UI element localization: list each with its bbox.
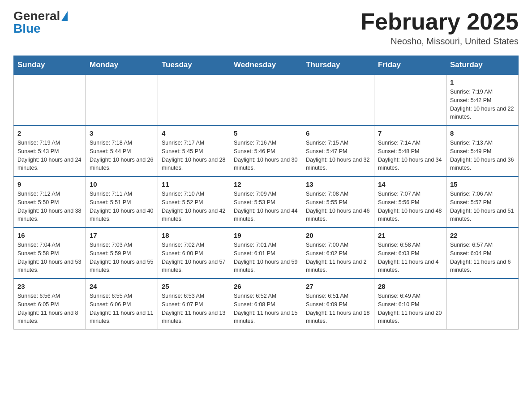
calendar-cell: 8Sunrise: 7:13 AMSunset: 5:49 PMDaylight… — [446, 125, 519, 176]
day-info: Sunrise: 7:13 AMSunset: 5:49 PMDaylight:… — [450, 139, 515, 172]
calendar-cell: 10Sunrise: 7:11 AMSunset: 5:51 PMDayligh… — [86, 176, 158, 227]
day-number: 3 — [90, 129, 154, 137]
calendar-cell: 4Sunrise: 7:17 AMSunset: 5:45 PMDaylight… — [158, 125, 230, 176]
calendar-cell: 22Sunrise: 6:57 AMSunset: 6:04 PMDayligh… — [446, 227, 519, 278]
day-number: 24 — [90, 283, 154, 290]
calendar-cell: 5Sunrise: 7:16 AMSunset: 5:46 PMDaylight… — [230, 125, 302, 176]
calendar-cell — [446, 278, 519, 330]
day-info: Sunrise: 7:07 AMSunset: 5:56 PMDaylight:… — [378, 190, 442, 223]
day-info: Sunrise: 7:18 AMSunset: 5:44 PMDaylight:… — [90, 139, 154, 172]
calendar-cell — [374, 74, 446, 125]
day-info: Sunrise: 7:19 AMSunset: 5:42 PMDaylight:… — [450, 88, 515, 121]
day-number: 4 — [162, 129, 226, 137]
title-section: February 2025 Neosho, Missouri, United S… — [360, 9, 519, 47]
calendar-cell: 24Sunrise: 6:55 AMSunset: 6:06 PMDayligh… — [86, 278, 158, 330]
calendar-cell: 19Sunrise: 7:01 AMSunset: 6:01 PMDayligh… — [230, 227, 302, 278]
day-info: Sunrise: 6:52 AMSunset: 6:08 PMDaylight:… — [234, 292, 298, 325]
calendar-cell: 16Sunrise: 7:04 AMSunset: 5:58 PMDayligh… — [14, 227, 86, 278]
calendar-cell — [158, 74, 230, 125]
day-info: Sunrise: 7:00 AMSunset: 6:02 PMDaylight:… — [306, 241, 370, 274]
day-number: 25 — [162, 283, 226, 290]
calendar-cell: 15Sunrise: 7:06 AMSunset: 5:57 PMDayligh… — [446, 176, 519, 227]
day-info: Sunrise: 7:06 AMSunset: 5:57 PMDaylight:… — [450, 190, 515, 223]
column-header-sunday: Sunday — [14, 56, 86, 75]
calendar-header-row: SundayMondayTuesdayWednesdayThursdayFrid… — [14, 56, 519, 75]
column-header-wednesday: Wednesday — [230, 56, 302, 75]
calendar-week-5: 23Sunrise: 6:56 AMSunset: 6:05 PMDayligh… — [14, 278, 519, 330]
day-number: 12 — [234, 180, 298, 188]
day-number: 10 — [90, 180, 154, 188]
calendar-cell: 26Sunrise: 6:52 AMSunset: 6:08 PMDayligh… — [230, 278, 302, 330]
day-info: Sunrise: 6:53 AMSunset: 6:07 PMDaylight:… — [162, 292, 226, 325]
column-header-saturday: Saturday — [446, 56, 519, 75]
day-info: Sunrise: 7:16 AMSunset: 5:46 PMDaylight:… — [234, 139, 298, 172]
day-info: Sunrise: 7:02 AMSunset: 6:00 PMDaylight:… — [162, 241, 226, 274]
column-header-monday: Monday — [86, 56, 158, 75]
day-number: 9 — [17, 180, 82, 188]
day-number: 5 — [234, 129, 298, 137]
day-number: 14 — [378, 180, 442, 188]
day-info: Sunrise: 7:19 AMSunset: 5:43 PMDaylight:… — [17, 139, 82, 172]
calendar-table: SundayMondayTuesdayWednesdayThursdayFrid… — [13, 56, 519, 330]
logo-triangle-icon — [61, 11, 68, 21]
day-info: Sunrise: 7:15 AMSunset: 5:47 PMDaylight:… — [306, 139, 370, 172]
calendar-cell: 27Sunrise: 6:51 AMSunset: 6:09 PMDayligh… — [302, 278, 374, 330]
calendar-cell: 12Sunrise: 7:09 AMSunset: 5:53 PMDayligh… — [230, 176, 302, 227]
logo: General Blue — [13, 9, 68, 36]
day-number: 16 — [17, 231, 82, 239]
day-info: Sunrise: 7:11 AMSunset: 5:51 PMDaylight:… — [90, 190, 154, 223]
calendar-cell: 17Sunrise: 7:03 AMSunset: 5:59 PMDayligh… — [86, 227, 158, 278]
day-number: 23 — [17, 283, 82, 290]
day-number: 21 — [378, 231, 442, 239]
calendar-week-2: 2Sunrise: 7:19 AMSunset: 5:43 PMDaylight… — [14, 125, 519, 176]
calendar-cell: 21Sunrise: 6:58 AMSunset: 6:03 PMDayligh… — [374, 227, 446, 278]
calendar-cell: 20Sunrise: 7:00 AMSunset: 6:02 PMDayligh… — [302, 227, 374, 278]
day-info: Sunrise: 7:09 AMSunset: 5:53 PMDaylight:… — [234, 190, 298, 223]
day-info: Sunrise: 7:08 AMSunset: 5:55 PMDaylight:… — [306, 190, 370, 223]
day-info: Sunrise: 7:14 AMSunset: 5:48 PMDaylight:… — [378, 139, 442, 172]
location-text: Neosho, Missouri, United States — [360, 36, 519, 47]
day-number: 1 — [450, 78, 515, 86]
day-number: 17 — [90, 231, 154, 239]
day-info: Sunrise: 7:12 AMSunset: 5:50 PMDaylight:… — [17, 190, 82, 223]
calendar-cell — [230, 74, 302, 125]
day-number: 15 — [450, 180, 515, 188]
calendar-cell: 1Sunrise: 7:19 AMSunset: 5:42 PMDaylight… — [446, 74, 519, 125]
day-number: 6 — [306, 129, 370, 137]
day-info: Sunrise: 6:51 AMSunset: 6:09 PMDaylight:… — [306, 292, 370, 325]
day-info: Sunrise: 6:49 AMSunset: 6:10 PMDaylight:… — [378, 292, 442, 325]
calendar-cell — [86, 74, 158, 125]
month-title: February 2025 — [360, 9, 519, 34]
day-number: 19 — [234, 231, 298, 239]
logo-blue-text: Blue — [13, 21, 41, 36]
day-number: 22 — [450, 231, 515, 239]
day-info: Sunrise: 7:03 AMSunset: 5:59 PMDaylight:… — [90, 241, 154, 274]
calendar-cell: 11Sunrise: 7:10 AMSunset: 5:52 PMDayligh… — [158, 176, 230, 227]
day-number: 13 — [306, 180, 370, 188]
day-number: 11 — [162, 180, 226, 188]
column-header-tuesday: Tuesday — [158, 56, 230, 75]
calendar-week-3: 9Sunrise: 7:12 AMSunset: 5:50 PMDaylight… — [14, 176, 519, 227]
day-info: Sunrise: 7:04 AMSunset: 5:58 PMDaylight:… — [17, 241, 82, 274]
calendar-cell: 25Sunrise: 6:53 AMSunset: 6:07 PMDayligh… — [158, 278, 230, 330]
calendar-cell: 23Sunrise: 6:56 AMSunset: 6:05 PMDayligh… — [14, 278, 86, 330]
calendar-cell: 14Sunrise: 7:07 AMSunset: 5:56 PMDayligh… — [374, 176, 446, 227]
day-info: Sunrise: 6:57 AMSunset: 6:04 PMDaylight:… — [450, 241, 515, 274]
day-number: 28 — [378, 283, 442, 290]
column-header-thursday: Thursday — [302, 56, 374, 75]
calendar-cell: 18Sunrise: 7:02 AMSunset: 6:00 PMDayligh… — [158, 227, 230, 278]
day-number: 8 — [450, 129, 515, 137]
day-info: Sunrise: 6:58 AMSunset: 6:03 PMDaylight:… — [378, 241, 442, 274]
day-number: 2 — [17, 129, 82, 137]
day-number: 20 — [306, 231, 370, 239]
calendar-cell — [14, 74, 86, 125]
day-info: Sunrise: 7:10 AMSunset: 5:52 PMDaylight:… — [162, 190, 226, 223]
day-number: 7 — [378, 129, 442, 137]
column-header-friday: Friday — [374, 56, 446, 75]
day-info: Sunrise: 7:17 AMSunset: 5:45 PMDaylight:… — [162, 139, 226, 172]
calendar-cell: 13Sunrise: 7:08 AMSunset: 5:55 PMDayligh… — [302, 176, 374, 227]
calendar-cell: 6Sunrise: 7:15 AMSunset: 5:47 PMDaylight… — [302, 125, 374, 176]
calendar-cell: 7Sunrise: 7:14 AMSunset: 5:48 PMDaylight… — [374, 125, 446, 176]
calendar-cell: 28Sunrise: 6:49 AMSunset: 6:10 PMDayligh… — [374, 278, 446, 330]
day-info: Sunrise: 6:56 AMSunset: 6:05 PMDaylight:… — [17, 292, 82, 325]
